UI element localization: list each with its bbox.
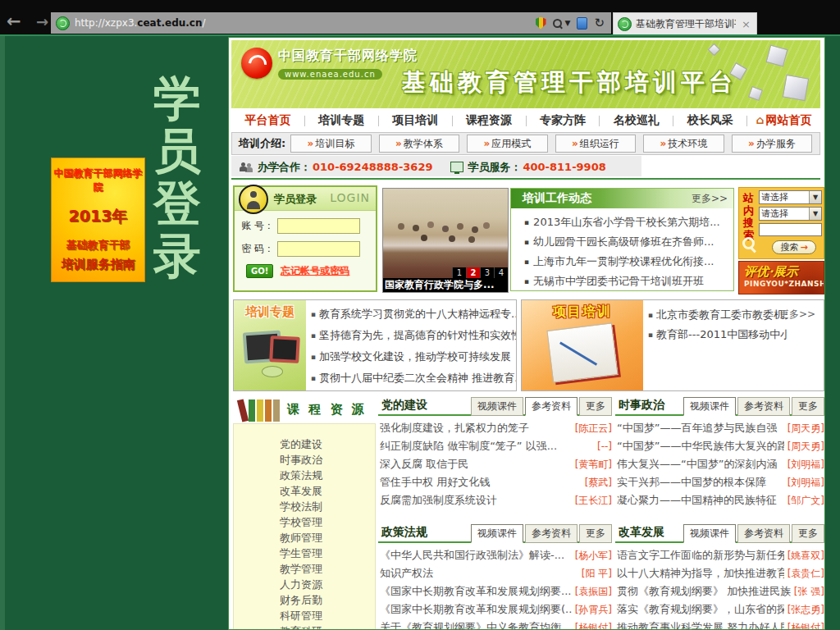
course-link[interactable]: 反腐需加强制度系统设计 (378, 491, 572, 509)
select-dropdown-icon[interactable]: ▼ (809, 191, 821, 203)
menu-reform-development[interactable]: 改革发展 (234, 483, 375, 499)
intro-button-service[interactable]: »办学服务 (732, 135, 812, 153)
news-item[interactable]: 上海市九年一贯制学校课程优化衔接... (511, 252, 733, 272)
course-link[interactable]: 落实《教育规划纲要》，山东省的探索... (615, 600, 784, 619)
account-input[interactable] (277, 218, 360, 234)
tab-more[interactable]: 更多 (579, 397, 612, 416)
nav-platform-home[interactable]: 平台首页 (231, 113, 304, 128)
search-input[interactable] (759, 223, 822, 236)
carousel-page-1[interactable]: 1 (452, 267, 466, 278)
course-link[interactable]: 管住手中权 用好文化钱 (378, 473, 582, 491)
search-dropdown-icon[interactable]: ▼ (565, 19, 571, 27)
course-link[interactable]: 知识产权法 (378, 564, 578, 582)
intro-button-mode[interactable]: »应用模式 (467, 135, 547, 153)
menu-human-resources[interactable]: 人力资源 (234, 577, 375, 592)
menu-finance-logistics[interactable]: 财务后勤 (234, 592, 375, 608)
course-link[interactable]: “中国梦”——百年追梦与民族自强 (615, 419, 784, 437)
carousel-page-3[interactable]: 3 (480, 267, 494, 278)
course-link[interactable]: 伟大复兴——“中国梦”的深刻内涵 (615, 455, 784, 473)
nav-training-topics[interactable]: 培训专题 (305, 113, 378, 128)
course-link[interactable]: 贯彻《教育规划纲要》 加快推进民族教... (615, 582, 791, 600)
course-link[interactable]: 《中华人民共和国行政强制法》解读-... (378, 546, 572, 564)
back-icon[interactable]: ← (7, 11, 21, 31)
carousel-page-2[interactable]: 2 (466, 267, 480, 278)
browser-tab[interactable]: 基础教育管理干部培训平台 × (613, 12, 757, 34)
menu-education-research[interactable]: 教育科研 (234, 623, 375, 630)
course-link[interactable]: 以十八大精神为指导，加快推进教育规... (615, 564, 784, 582)
course-link[interactable]: 语言文字工作面临的新形势与新任务 (615, 546, 784, 564)
menu-school-management[interactable]: 学校管理 (234, 514, 375, 530)
course-link[interactable]: 《国家中长期教育改革和发展规划纲要(... (378, 600, 572, 619)
tab-reference-material[interactable]: 参考资料 (737, 524, 790, 543)
course-link[interactable]: 强化制度建设，扎紧权力的笼子 (378, 419, 572, 437)
menu-research-management[interactable]: 科研管理 (234, 608, 375, 623)
tab-more[interactable]: 更多 (792, 524, 824, 543)
address-bar[interactable]: http://xzpx3.ceat.edu.cn/ ▼ ↻ (51, 12, 611, 34)
search-subcategory-select[interactable]: 请选择 ▼ (759, 207, 822, 221)
tab-reference-material[interactable]: 参考资料 (525, 524, 578, 543)
intro-button-tech[interactable]: »技术环境 (643, 135, 724, 153)
intro-button-system[interactable]: »教学体系 (379, 135, 459, 153)
course-link[interactable]: 实干兴邦——中国梦的根本保障 (615, 473, 784, 491)
course-link[interactable]: 《国家中长期教育改革和发展规划纲要... (378, 582, 572, 600)
projects-graphic[interactable]: 项目培训 (522, 300, 643, 390)
project-item[interactable]: 北京市委教育工委市教委机关干部和... (648, 305, 788, 325)
menu-school-law[interactable]: 学校法制 (234, 499, 375, 514)
nav-experts[interactable]: 专家方阵 (527, 113, 600, 128)
course-link[interactable]: 凝心聚力——中国精神的民族特征 (615, 491, 784, 509)
tab-reference-material[interactable]: 参考资料 (737, 397, 790, 416)
topic-item[interactable]: 坚持德育为先，提高德育的针对性和实效性 (311, 325, 516, 346)
menu-party-building[interactable]: 党的建设 (234, 436, 375, 452)
news-item[interactable]: 2013年山东省小学骨干校长第六期培... (511, 212, 733, 232)
menu-policy-regulations[interactable]: 政策法规 (234, 468, 375, 483)
menu-teacher-management[interactable]: 教师管理 (234, 530, 375, 546)
intro-button-goals[interactable]: »培训目标 (290, 135, 371, 153)
news-item[interactable]: 无锡市中学团委书记骨干培训班开班 (511, 272, 733, 291)
nav-principal-style[interactable]: 校长风采 (673, 113, 746, 128)
carousel-caption[interactable]: 国家教育行政学院与多... (383, 278, 508, 292)
news-carousel[interactable]: 1 2 3 4 国家教育行政学院与多... (382, 188, 509, 293)
projects-more-link[interactable]: 更多>> (779, 308, 815, 322)
topics-graphic[interactable]: 培训专题 (234, 300, 306, 390)
search-button[interactable]: 搜索→ (772, 240, 816, 254)
select-dropdown-icon[interactable]: ▼ (809, 208, 821, 220)
carousel-page-4[interactable]: 4 (494, 267, 508, 278)
search-icon[interactable] (552, 18, 563, 29)
nav-course-resources[interactable]: 课程资源 (453, 113, 526, 128)
password-input[interactable] (277, 241, 360, 257)
tab-video-courseware[interactable]: 视频课件 (683, 397, 736, 416)
tab-video-courseware[interactable]: 视频课件 (683, 524, 736, 543)
login-go-button[interactable]: GO! (246, 264, 273, 278)
tab-more[interactable]: 更多 (579, 524, 612, 543)
nav-project-training[interactable]: 项目培训 (379, 113, 452, 128)
course-link[interactable]: 关于《教育规划纲要》中义务教育均衡 (378, 619, 572, 630)
course-link[interactable]: 深入反腐 取信于民 (378, 455, 572, 473)
project-item[interactable]: 教育部---2011中国移动中小学校长培... (648, 325, 788, 345)
tab-reference-material[interactable]: 参考资料 (525, 397, 578, 416)
news-more-link[interactable]: 更多>> (692, 192, 733, 206)
nav-famous-schools[interactable]: 名校巡礼 (600, 113, 673, 128)
forward-icon[interactable]: → (36, 13, 48, 30)
tab-video-courseware[interactable]: 视频课件 (471, 524, 523, 543)
course-link[interactable]: 纠正制度缺陷 做牢制度“笼子” 以强... (378, 437, 594, 455)
service-guide-badge[interactable]: 中国教育干部网络学院 2013年 基础教育干部 培训服务指南 (52, 158, 144, 281)
course-link[interactable]: “中国梦”——中华民族伟大复兴的路... (615, 437, 784, 455)
tab-more[interactable]: 更多 (792, 397, 824, 416)
tab-close-icon[interactable]: × (736, 18, 756, 30)
refresh-icon[interactable]: ↻ (594, 17, 605, 30)
forgot-password-link[interactable]: 忘记帐号或密码 (281, 264, 349, 278)
menu-current-affairs[interactable]: 时事政治 (234, 452, 375, 468)
topic-item[interactable]: 加强学校文化建设，推动学校可持续发展 (311, 346, 516, 368)
nav-website-home[interactable]: ⌂网站首页 (747, 113, 820, 128)
pingyou-zhanshi-banner[interactable]: 评优·展示 PINGYOU*ZHANSHI (738, 261, 824, 294)
topic-item[interactable]: 教育系统学习贯彻党的十八大精神远程专...更多>> (311, 304, 516, 325)
site-logo[interactable]: 中国教育干部网络学院 www.enaea.edu.cn (241, 48, 418, 80)
compatibility-icon[interactable] (577, 17, 587, 30)
intro-button-operation[interactable]: »组织运行 (555, 135, 636, 153)
tab-video-courseware[interactable]: 视频课件 (471, 397, 523, 416)
topic-item[interactable]: 贯彻十八届中纪委二次全会精神 推进教育... (311, 368, 516, 389)
news-item[interactable]: 幼儿园骨干园长高级研修班在齐鲁师... (511, 232, 733, 252)
search-category-select[interactable]: 请选择 ▼ (759, 190, 822, 204)
security-shield-icon[interactable] (536, 17, 546, 30)
url-text[interactable]: http://xzpx3.ceat.edu.cn/ (75, 17, 206, 29)
